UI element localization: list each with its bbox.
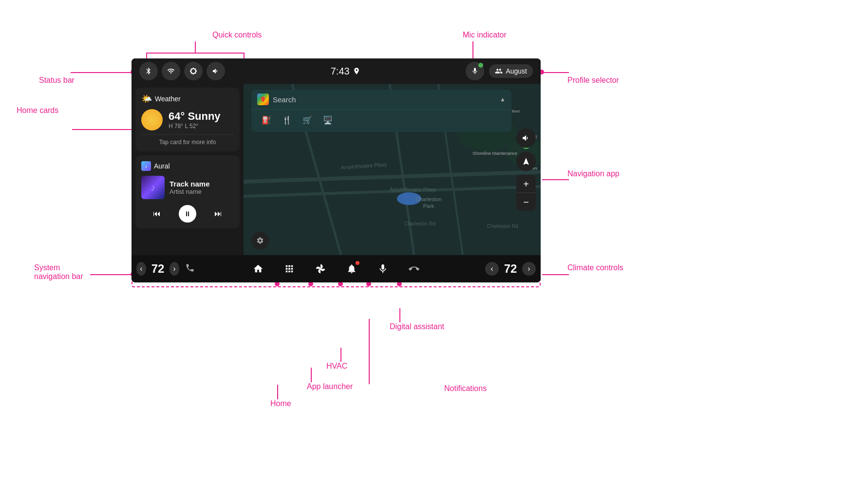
svg-text:Charleston Rd: Charleston Rd (487, 224, 518, 229)
left-panel: 🌤️ Weather 64° Sunny H 78° L 52° Tap car… (132, 84, 244, 255)
quick-controls-label: Quick controls (212, 31, 262, 39)
mic-indicator-label: Mic indicator (463, 31, 507, 39)
climate-right: ‹ 72 › (472, 262, 541, 276)
weather-hl: H 78° L 52° (169, 123, 221, 130)
restaurant-category-btn[interactable]: 🍴 (280, 112, 294, 127)
track-name: Track name (170, 180, 234, 188)
weather-header: 🌤️ Weather (141, 93, 234, 104)
prev-track-btn[interactable]: ⏮ (148, 205, 166, 223)
brightness-btn[interactable] (184, 62, 203, 80)
map-settings-btn[interactable] (251, 232, 269, 249)
zoom-in-btn[interactable]: + (516, 175, 536, 193)
music-app-icon: ♪ (141, 161, 151, 171)
bell-icon (346, 263, 357, 274)
notification-dot (356, 261, 359, 265)
assistant-mic-icon (377, 263, 388, 274)
music-header: ♪ Aural (141, 161, 234, 171)
weather-temp: 64° Sunny (169, 110, 221, 123)
app-launcher-label: App launcher (307, 382, 353, 391)
hvac-label: HVAC (326, 362, 347, 371)
mic-icon (471, 67, 479, 75)
music-controls: ⏮ ⏸ ⏭ (141, 205, 234, 223)
status-bar-label: Status bar (39, 76, 75, 85)
call-end-icon (409, 263, 419, 274)
settings-icon (256, 237, 264, 244)
car-ui-container: 7:43 August (132, 58, 541, 282)
search-placeholder: Search (273, 95, 496, 104)
location-pin-icon (353, 67, 360, 75)
weather-sun-icon (141, 109, 163, 131)
home-label: Home (270, 399, 291, 408)
navigation-app-label: Navigation app (567, 169, 620, 178)
profile-selector-label: Profile selector (567, 76, 619, 85)
temp-increase-right-btn[interactable]: › (522, 262, 536, 276)
svg-text:Charleston Rd: Charleston Rd (404, 221, 435, 226)
climate-controls-label: Climate controls (567, 263, 623, 272)
weather-tap-info: Tap card for more info (141, 134, 234, 146)
status-bar-right: August (466, 62, 533, 80)
maps-icon (257, 93, 269, 105)
assistant-btn[interactable] (372, 258, 394, 280)
navigation-btn[interactable] (516, 152, 536, 171)
home-cards-label: Home cards (17, 106, 58, 115)
status-bar-center: 7:43 (331, 66, 360, 77)
notifications-btn[interactable] (341, 258, 362, 280)
map-zoom-controls: + − (516, 175, 536, 211)
signal-btn[interactable] (162, 62, 180, 80)
music-app-name: Aural (154, 162, 170, 170)
zoom-out-btn[interactable]: − (516, 193, 536, 211)
parking-category-btn[interactable]: 🖥️ (320, 112, 335, 127)
artist-name: Artist name (170, 188, 234, 195)
hvac-btn[interactable] (310, 258, 331, 280)
svg-text:Park: Park (423, 203, 434, 209)
volume-btn[interactable] (207, 62, 225, 80)
weather-card[interactable]: 🌤️ Weather 64° Sunny H 78° L 52° Tap car… (135, 88, 240, 151)
main-content: 🌤️ Weather 64° Sunny H 78° L 52° Tap car… (132, 84, 541, 255)
bluetooth-btn[interactable] (139, 62, 158, 80)
home-icon (253, 263, 264, 274)
album-art (141, 176, 165, 199)
temp-increase-left-btn[interactable]: › (170, 262, 179, 276)
temp-decrease-right-btn[interactable]: ‹ (485, 262, 499, 276)
notifications-label: Notifications (444, 384, 487, 393)
music-info: Track name Artist name (170, 180, 234, 195)
fuel-category-btn[interactable]: ⛽ (259, 112, 274, 127)
search-categories: ⛽ 🍴 🛒 🖥️ (251, 109, 511, 132)
play-pause-btn[interactable]: ⏸ (179, 205, 196, 223)
fan-icon (315, 263, 326, 274)
profile-icon (495, 67, 503, 75)
profile-name: August (506, 67, 527, 75)
app-launcher-btn[interactable] (279, 258, 300, 280)
profile-selector[interactable]: August (489, 64, 533, 78)
search-bar[interactable]: Search ▲ ⛽ 🍴 🛒 🖥️ (251, 90, 511, 132)
weather-info: 64° Sunny H 78° L 52° (169, 110, 221, 130)
climate-left: ‹ 72 › (132, 262, 200, 276)
nav-center (200, 258, 472, 280)
phone-icon (185, 263, 195, 275)
system-nav-bar-label: Systemnavigation bar (34, 263, 83, 281)
volume-overlay-btn[interactable] (516, 129, 536, 148)
temp-decrease-left-btn[interactable]: ‹ (136, 262, 146, 276)
call-nav-btn[interactable] (403, 258, 425, 280)
search-chevron-icon: ▲ (500, 96, 506, 103)
time-display: 7:43 (331, 66, 350, 77)
weather-title: Weather (155, 95, 181, 103)
svg-text:Shoreline Maintenance: Shoreline Maintenance (472, 151, 517, 156)
map-right-controls: + − (516, 129, 536, 211)
home-nav-btn[interactable] (247, 258, 269, 280)
svg-text:Amphitheatre Pkwy: Amphitheatre Pkwy (390, 187, 436, 192)
music-card[interactable]: ♪ Aural Track name Artist name ⏮ ⏸ ⏭ (135, 155, 240, 228)
digital-assistant-label: Digital assistant (390, 322, 444, 331)
left-temp-value: 72 (148, 262, 168, 276)
mic-indicator[interactable] (466, 62, 484, 80)
status-bar: 7:43 August (132, 58, 541, 84)
next-track-btn[interactable]: ⏭ (209, 205, 227, 223)
mic-active-dot (478, 63, 483, 68)
grid-icon (284, 263, 295, 274)
search-input-row: Search ▲ (251, 90, 511, 109)
shopping-category-btn[interactable]: 🛒 (300, 112, 315, 127)
weather-main: 64° Sunny H 78° L 52° (141, 109, 234, 131)
navigation-app[interactable]: Amphitheatre Pkwy Amphitheatre Pkwy Char… (244, 84, 541, 255)
status-bar-left (139, 62, 225, 80)
system-navigation-bar: ‹ 72 › (132, 255, 541, 282)
